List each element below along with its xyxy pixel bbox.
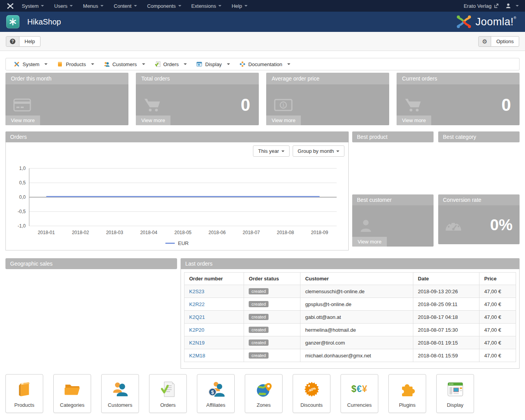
hikashop-menu-display[interactable]: Display bbox=[191, 58, 235, 70]
admin-menu-label: Components bbox=[147, 3, 176, 9]
shortcut-label: Zones bbox=[256, 402, 270, 408]
help-button[interactable]: ? Help bbox=[6, 36, 40, 47]
admin-menu-content[interactable]: Content bbox=[109, 0, 142, 12]
options-button[interactable]: ⚙ Options bbox=[478, 36, 519, 47]
column-header: Price bbox=[479, 273, 516, 285]
table-row: K2S23createdclemensuschi@t-online.de2018… bbox=[184, 285, 516, 298]
shortcut-affiliates[interactable]: $Affiliates bbox=[197, 374, 235, 413]
sc-folder-icon bbox=[64, 376, 81, 402]
site-preview-link[interactable]: Erato Verlag bbox=[464, 3, 499, 9]
price-cell: 47,00 € bbox=[479, 349, 516, 362]
order-status-cell: created bbox=[244, 311, 300, 324]
svg-text:$: $ bbox=[211, 389, 214, 395]
shortcut-display[interactable]: Display bbox=[436, 374, 474, 413]
admin-menu-system[interactable]: System bbox=[17, 0, 49, 12]
hikashop-menubar: SystemProductsCustomersOrdersDisplayDocu… bbox=[5, 58, 520, 70]
chevron-down-icon bbox=[516, 5, 519, 7]
hikashop-menu-system[interactable]: System bbox=[9, 58, 52, 70]
admin-menu-menus[interactable]: Menus bbox=[78, 0, 109, 12]
shortcut-categories[interactable]: Categories bbox=[53, 374, 91, 413]
shortcut-orders[interactable]: Orders bbox=[149, 374, 187, 413]
price-cell: 47,00 € bbox=[479, 285, 516, 298]
svg-text:1,0: 1,0 bbox=[19, 166, 26, 171]
last-orders-panel: Last orders Order numberOrder statusCust… bbox=[181, 258, 520, 369]
admin-menu-label: Extensions bbox=[191, 3, 216, 9]
price-cell: 47,00 € bbox=[479, 298, 516, 311]
box-icon bbox=[57, 61, 63, 67]
order-number-link[interactable]: K2S23 bbox=[184, 285, 244, 298]
order-number-link[interactable]: K2N19 bbox=[184, 336, 244, 349]
svg-text:2018-02: 2018-02 bbox=[72, 230, 89, 235]
admin-menu-help[interactable]: Help bbox=[227, 0, 253, 12]
hikashop-menu-orders[interactable]: Orders bbox=[150, 58, 192, 70]
view-more-link[interactable]: View more bbox=[5, 116, 40, 125]
sc-globe-icon bbox=[255, 376, 272, 402]
svg-text:2018-08: 2018-08 bbox=[277, 230, 294, 235]
chevron-down-icon bbox=[44, 63, 47, 65]
table-row: K2R22createdgpsplus@t-online.de2018-08-2… bbox=[184, 298, 516, 311]
admin-menu-components[interactable]: Components bbox=[142, 0, 186, 12]
order-number-link[interactable]: K2M18 bbox=[184, 349, 244, 362]
svg-text:2018-05: 2018-05 bbox=[174, 230, 191, 235]
stat-card-title: Order this month bbox=[5, 73, 128, 84]
order-number-link[interactable]: K2Q21 bbox=[184, 311, 244, 324]
view-more-link[interactable]: View more bbox=[397, 116, 431, 125]
column-header: Order number bbox=[184, 273, 244, 285]
shortcut-products[interactable]: Products bbox=[5, 374, 43, 413]
joomla-mark-icon[interactable] bbox=[5, 3, 17, 9]
admin-menu-extensions[interactable]: Extensions bbox=[186, 0, 227, 12]
user-menu[interactable] bbox=[506, 3, 520, 9]
shortcut-discounts[interactable]: -40%Discounts bbox=[293, 374, 330, 413]
user-icon bbox=[506, 3, 511, 9]
stat-card-order-this-month: Order this monthView more bbox=[5, 73, 128, 125]
legend-label: EUR bbox=[178, 240, 188, 246]
hikashop-menu-documentation[interactable]: Documentation bbox=[235, 58, 295, 70]
hikashop-menu-customers[interactable]: Customers bbox=[99, 58, 150, 70]
shortcut-zones[interactable]: Zones bbox=[245, 374, 283, 413]
date-cell: 2018-08-07 15:30 bbox=[413, 324, 479, 336]
orders-panel: Orders This year Group by month 1,00,50,… bbox=[5, 131, 349, 250]
sc-affiliates-icon: $ bbox=[207, 376, 225, 402]
best-customer-view-more[interactable]: View more bbox=[352, 237, 387, 247]
admin-menu-users[interactable]: Users bbox=[49, 0, 78, 12]
joomla-text: Joomla!® bbox=[476, 16, 516, 28]
chevron-down-icon bbox=[244, 5, 248, 7]
shortcut-plugins[interactable]: Plugins bbox=[388, 374, 426, 413]
order-number-link[interactable]: K2P20 bbox=[184, 324, 244, 336]
best-category-panel: Best category bbox=[438, 131, 520, 142]
date-cell: 2018-09-13 20:26 bbox=[413, 285, 479, 298]
hikashop-menu-products[interactable]: Products bbox=[52, 58, 98, 70]
admin-menu-label: System bbox=[22, 3, 39, 9]
stat-card-total-orders: Total orders0View more bbox=[136, 73, 259, 125]
range-dropdown[interactable]: This year bbox=[253, 145, 289, 157]
order-number-link[interactable]: K2R22 bbox=[184, 298, 244, 311]
sc-discount-icon: -40% bbox=[304, 376, 320, 402]
shortcut-label: Customers bbox=[108, 402, 132, 408]
customer-cell: clemensuschi@t-online.de bbox=[300, 285, 413, 298]
orders-chart: 1,00,50,0-0,5-1,02018-012018-022018-0320… bbox=[10, 158, 344, 240]
sc-currencies-icon: $€¥ bbox=[351, 376, 367, 402]
chart-legend: EUR bbox=[10, 240, 344, 248]
hikashop-menu-label: System bbox=[23, 61, 39, 67]
svg-text:-0,5: -0,5 bbox=[18, 209, 26, 214]
gauge-icon bbox=[444, 218, 462, 231]
hikashop-menu-label: Products bbox=[66, 61, 86, 67]
legend-line-swatch bbox=[165, 243, 175, 244]
shortcut-customers[interactable]: Customers bbox=[101, 374, 139, 413]
view-more-link[interactable]: View more bbox=[136, 116, 170, 125]
cart-icon bbox=[404, 97, 422, 113]
shortcut-currencies[interactable]: $€¥Currencies bbox=[341, 374, 378, 413]
gear-icon: ⚙ bbox=[479, 37, 491, 46]
table-row: K2P20createdhermelina@hotmail.de2018-08-… bbox=[184, 324, 516, 336]
stat-card-title: Average order price bbox=[266, 73, 389, 84]
geographic-sales-title: Geographic sales bbox=[5, 258, 177, 269]
shortcut-label: Products bbox=[14, 402, 34, 408]
shortcut-label: Discounts bbox=[300, 402, 323, 408]
stat-card-body: 0View more bbox=[136, 84, 259, 125]
chevron-down-icon bbox=[142, 63, 145, 65]
options-label: Options bbox=[491, 37, 519, 46]
order-status-cell: created bbox=[244, 349, 300, 362]
view-more-link[interactable]: View more bbox=[266, 116, 301, 125]
conversion-rate-panel: Conversion rate 0% bbox=[438, 194, 520, 247]
groupby-dropdown[interactable]: Group by month bbox=[293, 145, 344, 157]
